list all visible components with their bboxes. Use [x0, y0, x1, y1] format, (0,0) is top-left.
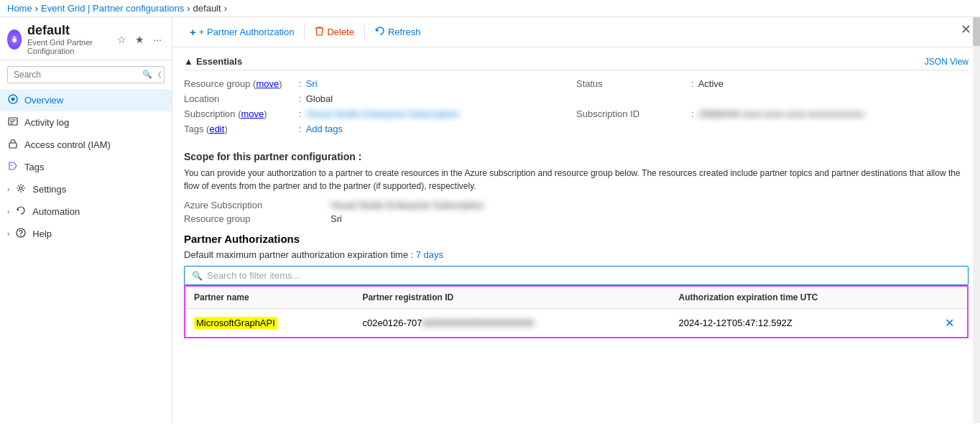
search-icon: 🔍	[142, 70, 152, 80]
sidebar-item-tags[interactable]: Tags	[0, 156, 172, 178]
rg-value-link[interactable]: Sri	[306, 78, 318, 89]
more-options-btn[interactable]: ···	[150, 32, 165, 47]
close-button[interactable]: ✕	[961, 23, 971, 36]
essentials-title: Essentials	[196, 56, 242, 67]
search-input[interactable]	[7, 66, 165, 83]
subscriptionid-label: Subscription ID	[576, 108, 691, 119]
overview-icon	[7, 94, 19, 106]
svg-point-10	[19, 187, 22, 190]
col-actions	[932, 286, 968, 309]
help-label: Help	[32, 228, 52, 239]
breadcrumb-home[interactable]: Home	[7, 3, 32, 14]
expiry-text: Default maximum partner authorization ex…	[184, 249, 413, 260]
breadcrumb: Home › Event Grid | Partner configuratio…	[7, 3, 227, 14]
subscription-value: Visual Studio Enterprise Subscription	[306, 108, 460, 119]
toolbar-sep2	[364, 25, 365, 40]
partner-reg-id-start: c02e0126-707	[362, 318, 422, 328]
essentials-row-tags: Tags (edit) : Add tags	[184, 121, 576, 136]
rg-move-link[interactable]: move	[256, 78, 279, 89]
automation-label: Automation	[32, 206, 80, 217]
breadcrumb-sep1: ›	[35, 3, 38, 14]
sidebar-group-automation[interactable]: › Automation	[0, 200, 172, 223]
essentials-row-empty	[576, 91, 969, 106]
collapse-icon[interactable]: 《	[154, 70, 162, 80]
svg-point-1	[12, 38, 17, 42]
delete-row-cell: ✕	[932, 309, 968, 338]
scope-desc: You can provide your authorization to a …	[184, 167, 969, 193]
subscription-value-link[interactable]: Visual Studio Enterprise Subscription	[306, 108, 460, 119]
essentials-toggle[interactable]: ▲ Essentials JSON View	[184, 53, 969, 70]
scrollbar-track	[973, 17, 980, 423]
resource-header-actions: ☆ ★ ···	[114, 32, 165, 47]
filter-search-input[interactable]	[207, 270, 961, 281]
rg-value: Sri	[306, 78, 318, 89]
plus-icon: +	[190, 26, 196, 38]
scope-rg-label: Resource group	[184, 213, 328, 224]
delete-row-button[interactable]: ✕	[940, 315, 958, 331]
status-label: Status	[576, 78, 691, 89]
sidebar-group-settings[interactable]: › Settings	[0, 178, 172, 200]
search-icons: 🔍 《	[142, 70, 162, 80]
location-label: Location	[184, 93, 299, 104]
sidebar-item-access-control[interactable]: Access control (IAM)	[0, 134, 172, 156]
essentials-row-subscriptionid: Subscription ID : 158b8340-xxxx-xxxx-xxx…	[576, 106, 969, 121]
expiry-value-link[interactable]: 7 days	[416, 249, 443, 260]
partner-auth-section: Partner Authorizations Default maximum p…	[184, 233, 969, 338]
table-row: MicrosoftGraphAPI c02e0126-707XXXXXXXXXX…	[185, 309, 968, 338]
access-control-label: Access control (IAM)	[24, 139, 111, 150]
activity-log-icon	[7, 116, 19, 129]
partner-expiry: Default maximum partner authorization ex…	[184, 249, 969, 260]
tags-label: Tags	[24, 162, 44, 172]
resource-header: default Event Grid Partner Configuration…	[0, 17, 172, 60]
essentials-row-status: Status : Active	[576, 76, 969, 91]
resource-type: Event Grid Partner Configuration	[27, 38, 108, 55]
partner-name-cell: MicrosoftGraphAPI	[185, 309, 353, 338]
sidebar-item-overview[interactable]: Overview	[0, 89, 172, 111]
breadcrumb-bar: Home › Event Grid | Partner configuratio…	[0, 0, 980, 17]
essentials-section: ▲ Essentials JSON View Resource group (m…	[184, 47, 969, 142]
json-view-link[interactable]: JSON View	[925, 57, 969, 67]
favorite-outline-btn[interactable]: ☆	[114, 32, 129, 47]
sidebar-group-help[interactable]: › Help	[0, 223, 172, 245]
scope-subscription-label: Azure Subscription	[184, 200, 328, 210]
refresh-label: Refresh	[388, 27, 421, 37]
svg-point-3	[11, 98, 15, 101]
help-icon	[15, 228, 27, 240]
resource-title-group: default Event Grid Partner Configuration	[27, 23, 108, 55]
sidebar-item-activity-log[interactable]: Activity log	[0, 111, 172, 134]
settings-chevron: ›	[7, 185, 9, 193]
toolbar-sep1	[304, 25, 305, 40]
delete-icon	[315, 26, 324, 38]
tags-edit-link[interactable]: edit	[209, 124, 224, 134]
settings-icon	[15, 183, 27, 195]
partner-reg-id-blurred: XXXXXXXXXXXXXXXXXX	[422, 318, 535, 328]
scope-grid: Azure Subscription Visual Studio Enterpr…	[184, 200, 969, 224]
filter-search-icon: 🔍	[192, 271, 203, 281]
breadcrumb-current: default	[193, 3, 221, 14]
breadcrumb-arrow: ›	[224, 3, 227, 14]
essentials-chevron-icon: ▲	[184, 56, 193, 67]
partner-name-highlight: MicrosoftGraphAPI	[194, 317, 277, 329]
partner-auth-button[interactable]: + + Partner Authorization	[184, 23, 300, 41]
subscriptionid-value: 158b8340-xxxx-xxxx-xxxx-xxxxxxxxxxxx	[698, 108, 864, 119]
status-value: Active	[698, 78, 724, 89]
favorite-filled-btn[interactable]: ★	[132, 32, 147, 47]
delete-button[interactable]: Delete	[309, 23, 360, 41]
scrollbar-thumb[interactable]	[973, 17, 980, 46]
essentials-row-rg: Resource group (move) : Sri	[184, 76, 576, 91]
breadcrumb-parent[interactable]: Event Grid | Partner configurations	[41, 3, 184, 14]
add-tags-link[interactable]: Add tags	[306, 124, 343, 134]
breadcrumb-sep2: ›	[187, 3, 190, 14]
refresh-button[interactable]: Refresh	[369, 23, 427, 41]
essentials-row-location: Location : Global	[184, 91, 576, 106]
refresh-icon	[375, 26, 385, 38]
svg-point-9	[11, 165, 12, 166]
rg-label: Resource group (move)	[184, 78, 299, 89]
filter-search-box: 🔍	[184, 266, 969, 285]
essentials-grid: Resource group (move) : Sri Status : Act…	[184, 76, 969, 136]
tags-field-label: Tags (edit)	[184, 124, 299, 134]
resource-name: default	[27, 23, 108, 38]
subscription-move-link[interactable]: move	[241, 108, 264, 119]
auth-expiry-cell: 2024-12-12T05:47:12.592Z	[670, 309, 933, 338]
svg-point-12	[21, 235, 22, 236]
